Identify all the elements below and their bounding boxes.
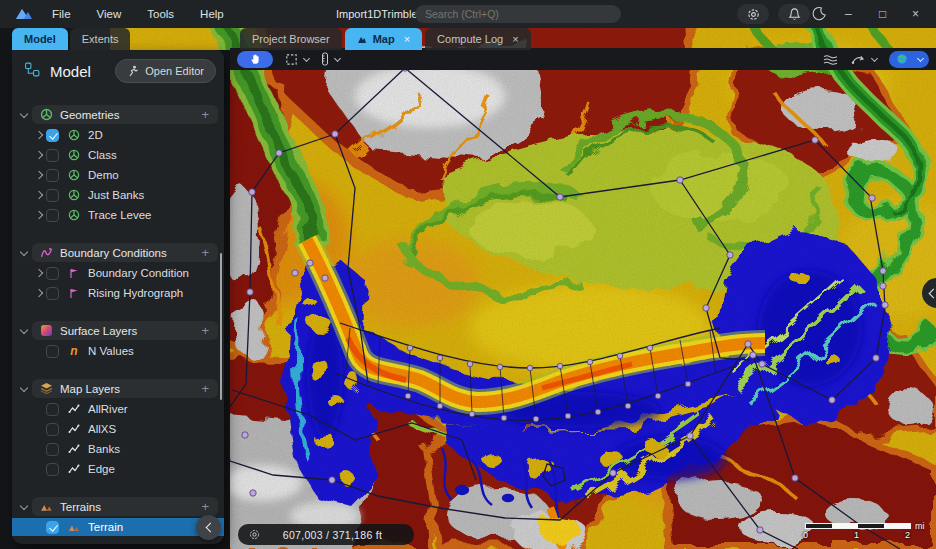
grain-overlay: [110, 28, 936, 549]
section-header-surface-layers[interactable]: Surface Layers +: [32, 321, 218, 340]
checkbox[interactable]: [46, 287, 59, 300]
section-header-terrains[interactable]: Terrains +: [32, 497, 218, 516]
chevron-right-icon[interactable]: [35, 171, 43, 179]
chevron-right-icon[interactable]: [35, 191, 43, 199]
chevron-down-icon[interactable]: [20, 109, 28, 117]
chevron-down-icon[interactable]: [20, 247, 28, 255]
tree-item-2d[interactable]: 2D: [12, 126, 224, 144]
settings-button[interactable]: [737, 4, 769, 24]
tree-item-allxs[interactable]: AllXS: [12, 420, 224, 438]
checkbox[interactable]: [46, 189, 59, 202]
section-label: Surface Layers: [60, 325, 137, 337]
tab-compute-log[interactable]: Compute Log ×: [425, 28, 530, 50]
checkbox[interactable]: [46, 169, 59, 182]
tree-item-banks[interactable]: Banks: [12, 440, 224, 458]
checkbox[interactable]: [46, 423, 59, 436]
surface-swatch-icon: [39, 324, 53, 338]
open-editor-button[interactable]: Open Editor: [115, 59, 216, 83]
notifications-button[interactable]: [778, 4, 810, 24]
tree-item-just-banks[interactable]: Just Banks: [12, 186, 224, 204]
section-header-boundary-conditions[interactable]: Boundary Conditions +: [32, 243, 218, 262]
tree-item-rising-hydrograph[interactable]: Rising Hydrograph: [12, 284, 224, 302]
tree-item-terrain[interactable]: Terrain: [12, 518, 224, 536]
tree-item-edge[interactable]: Edge: [12, 460, 224, 478]
maximize-button[interactable]: □: [879, 7, 886, 21]
gear-icon: [746, 7, 761, 22]
select-tool-button[interactable]: [285, 53, 309, 66]
tab-map[interactable]: Map ×: [345, 28, 422, 50]
model-panel: Model Open Editor Geometries + 2D: [12, 50, 224, 544]
dashed-rectangle-icon: [285, 53, 298, 66]
menu-file[interactable]: File: [52, 8, 71, 20]
checkbox[interactable]: [46, 521, 59, 534]
pan-tool-button[interactable]: [237, 51, 273, 68]
section-surface-layers: Surface Layers + n N Values: [12, 321, 224, 360]
section-header-map-layers[interactable]: Map Layers +: [32, 379, 218, 398]
tab-model[interactable]: Model: [12, 28, 68, 50]
tree-item-allriver[interactable]: AllRiver: [12, 400, 224, 418]
checkbox[interactable]: [46, 463, 59, 476]
section-header-geometries[interactable]: Geometries +: [32, 105, 218, 124]
theme-toggle-button[interactable]: [812, 6, 827, 25]
tree-item-class[interactable]: Class: [12, 146, 224, 164]
moon-icon: [812, 6, 827, 21]
checkbox[interactable]: [46, 129, 59, 142]
geometry-icon: [67, 208, 81, 222]
coordinates-text: 607,003 / 371,186 ft: [283, 529, 382, 541]
chevron-down-icon[interactable]: [20, 325, 28, 333]
section-map-layers: Map Layers + AllRiver AllXS Banks: [12, 379, 224, 478]
map-canvas[interactable]: [110, 28, 936, 549]
menu-view[interactable]: View: [97, 8, 122, 20]
menu-help[interactable]: Help: [200, 8, 224, 20]
profile-tool-button[interactable]: [851, 54, 877, 65]
sidebar-collapse-button[interactable]: [196, 515, 221, 540]
chevron-down-icon[interactable]: [871, 54, 878, 61]
search-input[interactable]: [415, 5, 621, 23]
add-icon[interactable]: +: [201, 108, 209, 121]
checkbox[interactable]: [46, 345, 59, 358]
section-label: Map Layers: [60, 383, 120, 395]
polyline-icon: [67, 442, 81, 456]
tab-extents[interactable]: Extents: [70, 28, 131, 50]
item-label: AllXS: [88, 423, 116, 435]
checkbox[interactable]: [46, 403, 59, 416]
chevron-right-icon[interactable]: [35, 211, 43, 219]
tab-project-browser[interactable]: Project Browser: [240, 28, 342, 50]
layer-stack-icon: [39, 382, 53, 396]
add-icon[interactable]: +: [201, 246, 209, 259]
checkbox[interactable]: [46, 149, 59, 162]
item-label: Just Banks: [88, 189, 144, 201]
checkbox[interactable]: [46, 267, 59, 280]
chevron-right-icon[interactable]: [35, 131, 43, 139]
tree-item-demo[interactable]: Demo: [12, 166, 224, 184]
menu-tools[interactable]: Tools: [147, 8, 174, 20]
chevron-down-icon[interactable]: [20, 383, 28, 391]
chevron-right-icon[interactable]: [35, 289, 43, 297]
add-icon[interactable]: +: [201, 500, 209, 513]
polyline-icon: [67, 462, 81, 476]
add-icon[interactable]: +: [201, 382, 209, 395]
tree-item-trace-levee[interactable]: Trace Levee: [12, 206, 224, 224]
minimize-button[interactable]: –: [845, 7, 852, 21]
checkbox[interactable]: [46, 443, 59, 456]
basemap-button[interactable]: [889, 51, 929, 68]
chevron-down-icon[interactable]: [916, 54, 923, 61]
chevron-down-icon[interactable]: [20, 501, 28, 509]
chevron-down-icon[interactable]: [303, 54, 310, 61]
gear-icon[interactable]: [248, 528, 261, 541]
close-tab-icon[interactable]: ×: [512, 33, 518, 45]
scrollbar[interactable]: [220, 253, 222, 400]
chevron-right-icon[interactable]: [35, 269, 43, 277]
coordinate-readout: 607,003 / 371,186 ft: [238, 524, 414, 545]
checkbox[interactable]: [46, 209, 59, 222]
tree-item-boundary-condition[interactable]: Boundary Condition: [12, 264, 224, 282]
document-tabs: Project Browser Map × Compute Log ×: [240, 28, 531, 50]
chevron-right-icon[interactable]: [35, 151, 43, 159]
tree-item-n-values[interactable]: n N Values: [12, 342, 224, 360]
close-button[interactable]: ×: [912, 7, 919, 21]
measure-tool-button[interactable]: [321, 52, 340, 66]
add-icon[interactable]: +: [201, 324, 209, 337]
close-tab-icon[interactable]: ×: [404, 33, 410, 45]
chevron-down-icon[interactable]: [334, 54, 341, 61]
flow-lines-button[interactable]: [822, 53, 839, 66]
